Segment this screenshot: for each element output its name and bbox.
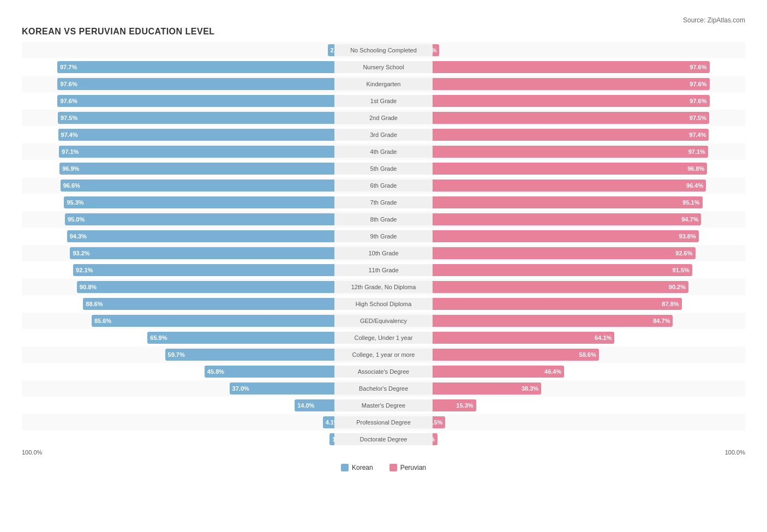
peruvian-bar: 95.1% [433, 196, 703, 208]
peruvian-pct-label: 46.4% [544, 368, 561, 375]
education-level-label: 10th Grade [334, 247, 433, 259]
peruvian-pct-label: 97.4% [689, 131, 706, 138]
peruvian-bar: 97.1% [433, 146, 708, 158]
right-side: 92.6% [433, 247, 745, 259]
education-level-label: 12th Grade, No Diploma [334, 281, 433, 293]
korean-pct-label: 97.5% [61, 115, 77, 121]
education-level-label: College, Under 1 year [334, 332, 433, 344]
korean-bar: 65.9% [147, 332, 334, 344]
peruvian-pct-label: 97.6% [690, 81, 706, 87]
korean-bar: 96.9% [59, 163, 334, 175]
left-side: 96.6% [22, 180, 334, 192]
bar-row: 4.1%Professional Degree4.5% [22, 414, 745, 431]
peruvian-pct-label: 97.5% [690, 115, 706, 121]
left-side: 85.6% [22, 315, 334, 327]
korean-pct-label: 96.9% [62, 165, 79, 172]
korean-bar: 97.5% [58, 112, 334, 124]
right-side: 96.4% [433, 180, 745, 192]
education-level-label: 2nd Grade [334, 112, 433, 124]
bar-row: 59.7%College, 1 year or more58.6% [22, 346, 745, 363]
bar-row: 95.0%8th Grade94.7% [22, 211, 745, 228]
peruvian-bar: 64.1% [433, 332, 614, 344]
education-level-label: Kindergarten [334, 78, 433, 90]
peruvian-bar: 94.7% [433, 213, 701, 225]
legend-korean: Korean [341, 464, 373, 471]
education-level-label: Associate's Degree [334, 366, 433, 378]
right-side: 38.3% [433, 382, 745, 394]
right-side: 90.2% [433, 281, 745, 293]
right-side: 94.7% [433, 213, 745, 225]
left-side: 4.1% [22, 416, 334, 428]
right-side: 91.5% [433, 264, 745, 276]
korean-bar: 93.2% [70, 247, 334, 259]
peruvian-pct-label: 91.5% [673, 267, 690, 273]
bar-row: 97.4%3rd Grade97.4% [22, 127, 745, 143]
left-side: 95.3% [22, 196, 334, 208]
korean-bar: 96.6% [61, 180, 334, 192]
peruvian-bar: 46.4% [433, 366, 564, 378]
education-level-label: 5th Grade [334, 163, 433, 175]
source-text: Source: ZipAtlas.com [22, 16, 745, 24]
left-side: 94.3% [22, 230, 334, 242]
education-level-label: No Schooling Completed [334, 44, 433, 56]
korean-bar: 95.3% [64, 196, 334, 208]
peruvian-color-box [390, 464, 397, 471]
education-level-label: Nursery School [334, 61, 433, 73]
korean-bar: 90.8% [77, 281, 334, 293]
bar-row: 14.0%Master's Degree15.3% [22, 397, 745, 414]
peruvian-bar: 4.5% [433, 416, 445, 428]
bar-row: 37.0%Bachelor's Degree38.3% [22, 380, 745, 397]
peruvian-bar: 92.6% [433, 247, 696, 259]
korean-pct-label: 92.1% [76, 267, 93, 273]
korean-bar: 97.6% [57, 78, 334, 90]
korean-pct-label: 96.6% [63, 182, 80, 189]
korean-bar: 59.7% [165, 349, 334, 361]
peruvian-pct-label: 93.8% [679, 233, 696, 240]
right-side: 64.1% [433, 332, 745, 344]
peruvian-bar: 97.4% [433, 129, 709, 141]
peruvian-pct-label: 15.3% [456, 402, 473, 409]
right-side: 97.6% [433, 61, 745, 73]
education-level-label: Professional Degree [334, 416, 433, 428]
peruvian-pct-label: 58.6% [579, 351, 596, 358]
peruvian-pct-label: 38.3% [522, 385, 538, 392]
korean-pct-label: 93.2% [73, 250, 89, 256]
footer-right: 100.0% [433, 449, 745, 456]
bar-row: 97.5%2nd Grade97.5% [22, 110, 745, 126]
right-side: 95.1% [433, 196, 745, 208]
education-level-label: 3rd Grade [334, 129, 433, 141]
left-side: 96.9% [22, 163, 334, 175]
right-side: 2.4% [433, 44, 745, 56]
left-side: 92.1% [22, 264, 334, 276]
korean-bar: 94.3% [67, 230, 334, 242]
left-side: 88.6% [22, 298, 334, 310]
korean-pct-label: 95.0% [68, 216, 85, 223]
peruvian-pct-label: 96.8% [687, 165, 704, 172]
korean-pct-label: 90.8% [80, 284, 97, 290]
left-side: 97.6% [22, 78, 334, 90]
korean-bar: 88.6% [83, 298, 334, 310]
peruvian-pct-label: 87.8% [662, 301, 679, 307]
peruvian-bar: 84.7% [433, 315, 673, 327]
peruvian-bar: 15.3% [433, 399, 476, 411]
left-side: 1.7% [22, 433, 334, 445]
left-side: 97.4% [22, 129, 334, 141]
bar-row: 45.8%Associate's Degree46.4% [22, 363, 745, 380]
peruvian-pct-label: 97.1% [688, 148, 705, 155]
bar-row: 97.6%Kindergarten97.6% [22, 76, 745, 92]
left-side: 97.5% [22, 112, 334, 124]
right-side: 46.4% [433, 366, 745, 378]
korean-pct-label: 97.6% [60, 81, 77, 87]
bar-row: 88.6%High School Diploma87.8% [22, 296, 745, 312]
peruvian-pct-label: 90.2% [669, 284, 686, 290]
peruvian-pct-label: 97.6% [690, 64, 706, 70]
education-level-label: High School Diploma [334, 298, 433, 310]
bar-row: 95.3%7th Grade95.1% [22, 194, 745, 211]
right-side: 1.8% [433, 433, 745, 445]
education-level-label: 7th Grade [334, 196, 433, 208]
peruvian-bar: 87.8% [433, 298, 682, 310]
korean-color-box [341, 464, 349, 471]
peruvian-bar: 90.2% [433, 281, 688, 293]
bar-row: 1.7%Doctorate Degree1.8% [22, 431, 745, 447]
education-level-label: 9th Grade [334, 230, 433, 242]
